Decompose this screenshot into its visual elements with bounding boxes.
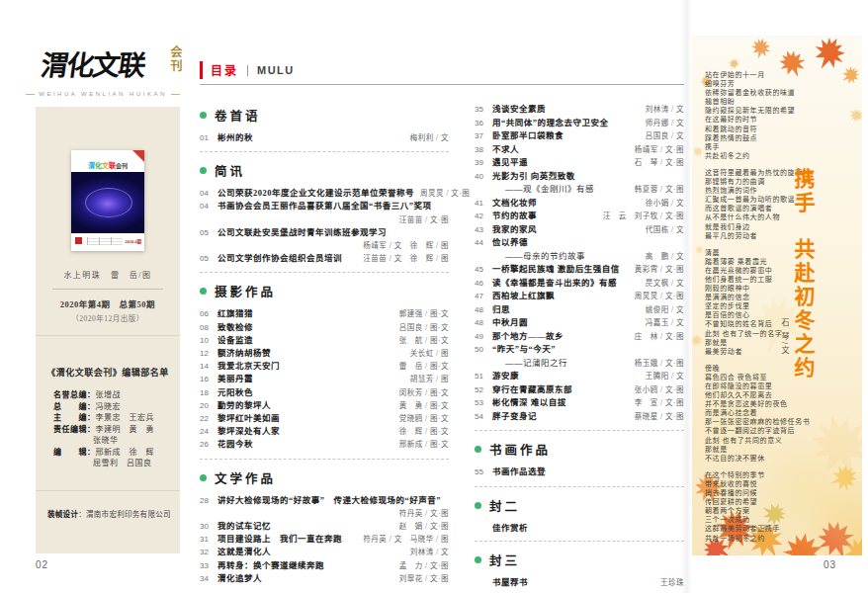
editorial-role-label: 总 编： <box>53 402 96 411</box>
toc-entry: 26花园今秋邢新成 / 图·文 <box>200 438 449 451</box>
editorial-heading: 《渭化文联会刊》编辑部名单 <box>36 366 180 379</box>
entry-author: 赵 娟 / 文·图 <box>393 520 449 533</box>
toc-title-en: MULU <box>257 64 295 76</box>
qr-code-icon <box>75 237 82 244</box>
entry-title: 遇见平遥 <box>492 156 528 169</box>
entry-author: 姚俊阳 / 文 <box>640 304 684 317</box>
design-credit: 装帧设计：渭南市宏利印务有限公司 <box>47 508 176 519</box>
toc-entry: 43我家的家风代国栋 / 文 <box>475 223 684 237</box>
section-title: 摄影作品 <box>215 282 276 300</box>
entry-number: 49 <box>475 331 492 344</box>
poem-line: 并不是贪恋这美好的夜色 <box>705 400 810 409</box>
issue-publish-date: （2020年12月出版） <box>36 312 180 323</box>
poem-line: 这群最美劳动者正携手 <box>705 525 810 534</box>
entry-author: 黄彩霄 / 文·图 <box>629 264 684 277</box>
cover-caption-credit: 雷 岳/图 <box>111 271 152 280</box>
toc-entry: 52穿行在青藏高原东部张小鸥 / 文·图 <box>475 383 684 397</box>
entry-author: 汪 云 刘子牧 / 文·图 <box>597 211 684 223</box>
entry-number: 41 <box>475 198 492 211</box>
section-bullet-icon <box>200 474 207 481</box>
section-bullet-icon <box>475 556 481 563</box>
entry-title: 那个地方——故乡 <box>492 330 564 343</box>
editorial-name: 屈雪利 吕国良 <box>93 459 152 467</box>
entry-title: 额济纳胡杨赞 <box>217 347 271 360</box>
entry-title: 渭化追梦人 <box>217 572 262 585</box>
entry-title: 项目建设路上 我们一直在奔跑 <box>217 533 342 546</box>
entry-author: 庄 林 / 文·图 <box>629 331 684 344</box>
maple-leaf-icon <box>845 104 862 127</box>
poem-line: 他们却久久不愿离去 <box>705 391 810 400</box>
design-credit-label: 装帧设计 <box>47 510 78 519</box>
toc-entry: 34渭化追梦人刘翠花 / 文·图 <box>200 572 449 585</box>
entry-number: 32 <box>200 546 217 558</box>
toc-right-column: 35浅谈安全素质刘林涛 / 文36用“共同体”的理念去守卫安全师丹娜 / 文37… <box>475 103 684 593</box>
toc-entry: 54胖子变身记蔡晓星 / 文·图 <box>475 410 684 424</box>
maple-leaf-icon <box>727 56 740 70</box>
poem-line: 翘首相盼 <box>705 98 810 107</box>
entry-title: 红旗猎猎 <box>217 307 253 320</box>
toc-entry: 40光影为引 向英烈致敬 <box>475 170 684 184</box>
toc-entry: 12额济纳胡杨赞关长虹 / 图 <box>200 347 449 360</box>
entry-title: 黎坪深处有人家 <box>217 425 280 438</box>
entry-number: 38 <box>475 144 492 157</box>
toc-entry: 48中秋月圆冯嘉玉 / 文 <box>475 316 684 330</box>
poem-line: 在这个特别的季节 <box>705 471 810 480</box>
logo-main-text: 渭化文联 <box>39 43 147 83</box>
poem-line: 那就是 <box>705 446 810 455</box>
section-bullet-icon <box>200 167 207 174</box>
entry-author: 韩夏蓉 / 文·图 <box>629 184 684 197</box>
entry-number: 30 <box>200 520 217 533</box>
entry-number: 43 <box>475 224 492 237</box>
toc-entry: 39遇见平遥石 琴 / 文·图 <box>475 156 684 170</box>
poem-line: 捎去春播的问候 <box>705 489 810 498</box>
editorial-name: 李建明 黄 勇 <box>96 425 155 434</box>
toc-entry: 10设备监造张 航 / 图·文 <box>200 334 449 347</box>
entry-number: 50 <box>475 344 492 357</box>
magazine-logo: 渭化文联 会刊 <box>42 43 180 83</box>
cover-logo-char: 化 <box>95 162 102 170</box>
toc-entry: 50“昨天”与“今天” <box>475 343 684 357</box>
logo-sub-text: 会刊 <box>167 45 184 73</box>
entry-author: 刘林涛 / 文 <box>404 546 449 558</box>
toc-entry: 55书画作品选登 <box>475 466 684 479</box>
section-title: 书画作品 <box>489 440 551 459</box>
section-bullet-icon <box>475 502 481 509</box>
editorial-name: 张晓华 <box>93 436 119 445</box>
poem-line: 带来秋收的喜悦 <box>705 480 810 489</box>
entry-number: 45 <box>475 264 492 277</box>
divider <box>475 430 684 431</box>
right-page-panel: 站在伊始的十一月细嗅芬芳依稀弥留着金秋收获的味道翘首相盼隐约窥探见新年无限的希望… <box>692 36 862 555</box>
poem-line: 此刻 也有了共同的意义 <box>705 437 810 446</box>
toc-entry: 24黎坪深处有人家徐 辉 / 图·文 <box>200 425 449 438</box>
entry-author: 高 鹏 / 文 <box>640 251 684 264</box>
entry-title: 胖子变身记 <box>492 410 537 423</box>
editorial-row: 名誉总编：张增战 <box>36 389 180 401</box>
toc-entry: 16美丽丹霞胡慧芳 / 图 <box>200 373 449 385</box>
toc-entry: 49那个地方——故乡庄 林 / 文·图 <box>475 330 684 344</box>
entry-title: 游安康 <box>492 370 519 382</box>
page-gutter-shadow <box>680 0 692 593</box>
issue-info: 2020年第4期 总第50期 <box>36 297 180 309</box>
entry-number: 48 <box>475 304 492 317</box>
entry-author: 李 宣 / 文·图 <box>629 397 684 410</box>
entry-number: 05 <box>200 252 217 265</box>
entry-title: 节约的故事 <box>492 210 537 222</box>
entry-title: 西柏坡上红旗飘 <box>492 290 555 302</box>
toc-entry: 18元阳秋色闵秋芳 / 图·文 <box>200 386 449 399</box>
entry-number: 53 <box>475 397 492 410</box>
maple-leaf-icon <box>747 36 774 61</box>
toc-entry: 28讲好大检修现场的“好故事” 传递大检修现场的“好声音” <box>200 494 449 507</box>
poem-title-part2: 共赴初冬之约 <box>792 238 814 381</box>
toc-header: 目录 MULU <box>200 61 684 85</box>
editorial-role-label: 主 编： <box>53 413 96 422</box>
poem-title-part1: 携手 <box>792 168 814 215</box>
divider <box>52 289 163 290</box>
poem-line: 站在伊始的十一月 <box>705 71 810 80</box>
entry-title: 浅谈安全素质 <box>492 103 546 116</box>
editorial-name: 李景忠 王宏兵 <box>96 413 155 422</box>
entry-author: 雷 岳 / 图·文 <box>393 360 449 373</box>
editorial-list: 名誉总编：张增战总 编：冯晓宏主 编：李景忠 王宏兵责任编辑：李建明 黄 勇张晓… <box>36 389 180 469</box>
toc-entry: 38不求人杨靖军 / 文·图 <box>475 143 684 157</box>
entry-author: 符丹英 / 文 马晓华 / 图 <box>357 533 449 546</box>
entry-title: 公司文联赴安吴堡战时青年训练班参观学习 <box>217 226 387 239</box>
